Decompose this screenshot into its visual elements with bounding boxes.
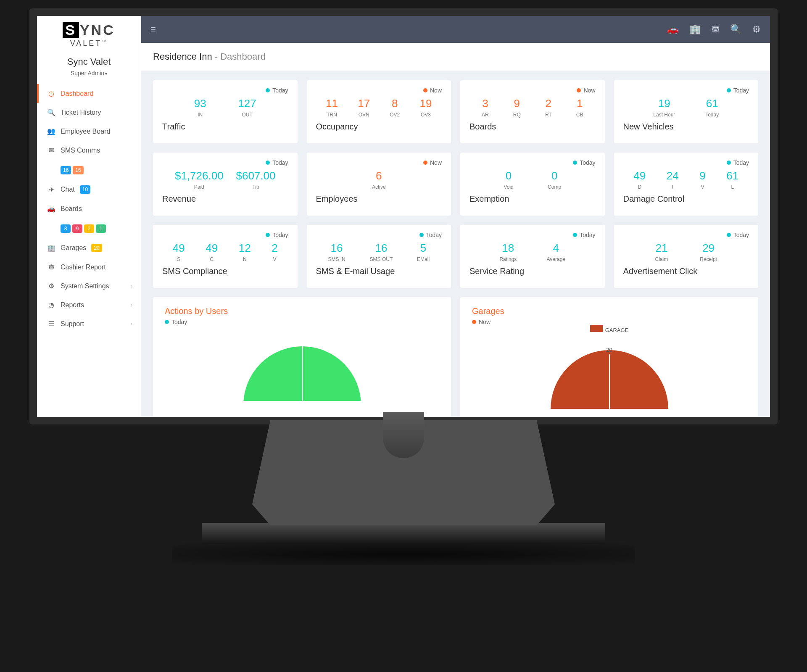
- nav-system-settings[interactable]: ⚙ System Settings ›: [37, 277, 141, 295]
- card-title: SMS & E-mail Usage: [316, 266, 442, 276]
- card-title: New Vehicles: [623, 122, 749, 132]
- dot-icon: [472, 320, 476, 324]
- chevron-right-icon: ›: [131, 302, 132, 308]
- card-damage-control[interactable]: Today 49D 24I 9V 61L Damage Control: [614, 153, 759, 216]
- card-traffic[interactable]: Today 93IN 127OUT Traffic: [153, 80, 298, 143]
- brand-logo: SYNC VALET™: [37, 16, 141, 50]
- card-title: Occupancy: [316, 122, 442, 132]
- role-dropdown[interactable]: Super Admin▾: [37, 70, 141, 76]
- chevron-right-icon: ›: [131, 321, 132, 327]
- dot-icon: [266, 88, 270, 92]
- dot-icon: [423, 88, 427, 92]
- dot-icon: [573, 233, 577, 237]
- chart-garages[interactable]: Garages Now GARAGE 20: [460, 297, 758, 417]
- card-boards[interactable]: Now 3AR 9RQ 2RT 1CB Boards: [460, 80, 605, 143]
- dot-icon: [165, 320, 169, 324]
- nav-sms-comms[interactable]: ✉ SMS Comms 16 16: [37, 141, 141, 180]
- badge: 16: [73, 166, 83, 174]
- nav-label: Boards: [61, 205, 82, 213]
- garage-icon: 🏢: [47, 244, 55, 252]
- dot-icon: [573, 161, 577, 165]
- send-icon: ✈: [47, 186, 55, 194]
- card-employees[interactable]: Now 6Active Employees: [307, 153, 451, 216]
- support-icon: ☰: [47, 320, 55, 328]
- pie-chart: [165, 325, 439, 401]
- card-revenue[interactable]: Today $1,726.00Paid $607.00Tip Revenue: [153, 153, 298, 216]
- search-icon: 🔍: [47, 108, 55, 116]
- settings-icon[interactable]: ⚙: [752, 24, 761, 35]
- nav-garages[interactable]: 🏢 Garages 20: [37, 238, 141, 258]
- card-service-rating[interactable]: Today 18Ratings 4Average Service Rating: [460, 225, 605, 288]
- card-title: Advertisement Click: [623, 266, 749, 276]
- nav-ticket-history[interactable]: 🔍 Ticket History: [37, 103, 141, 122]
- badge: 20: [91, 244, 102, 252]
- badge: 2: [84, 224, 94, 233]
- dot-icon: [419, 233, 424, 237]
- nav-reports[interactable]: ◔ Reports ›: [37, 295, 141, 314]
- car-icon: 🚗: [47, 205, 55, 213]
- nav-label: Dashboard: [61, 90, 93, 98]
- chevron-right-icon: ›: [131, 283, 132, 289]
- card-exemption[interactable]: Today 0Void 0Comp Exemption: [460, 153, 605, 216]
- car-icon[interactable]: 🚗: [667, 24, 678, 35]
- nav-label: Employee Board: [61, 128, 110, 135]
- card-new-vehicles[interactable]: Today 19Last Hour 61Today New Vehicles: [614, 80, 759, 143]
- nav-cashier-report[interactable]: ⛃ Cashier Report: [37, 258, 141, 277]
- dot-icon: [727, 88, 731, 92]
- nav-label: Support: [61, 320, 84, 328]
- badge: 10: [80, 185, 90, 194]
- nav-boards[interactable]: 🚗 Boards 3 9 2 1: [37, 199, 141, 238]
- card-sms-compliance[interactable]: Today 49S 49C 12N 2V SMS Compliance: [153, 225, 298, 288]
- dot-icon: [727, 233, 731, 237]
- dot-icon: [423, 161, 427, 165]
- dot-icon: [266, 233, 270, 237]
- nav-label: Reports: [61, 301, 84, 309]
- sidebar: SYNC VALET™ Sync Valet Super Admin▾ ◷ Da…: [37, 16, 141, 417]
- badge: 16: [61, 166, 71, 174]
- nav-label: Chat: [61, 186, 75, 193]
- chart-actions-by-users[interactable]: Actions by Users Today: [153, 297, 451, 417]
- badge: 3: [61, 224, 71, 233]
- clock-icon: ◔: [47, 301, 55, 309]
- nav-label: SMS Comms: [61, 147, 100, 154]
- card-occupancy[interactable]: Now 11TRN 17OVN 8OV2 19OV3 Occupancy: [307, 80, 451, 143]
- page-title: Residence Inn - Dashboard: [141, 43, 770, 71]
- card-title: Boards: [469, 122, 596, 132]
- nav-dashboard[interactable]: ◷ Dashboard: [37, 84, 141, 103]
- garage-icon[interactable]: 🏢: [689, 24, 701, 35]
- card-title: Employees: [316, 194, 442, 204]
- money-icon[interactable]: ⛃: [712, 24, 719, 35]
- nav: ◷ Dashboard 🔍 Ticket History 👥 Employee …: [37, 84, 141, 333]
- card-sms-email-usage[interactable]: Today 16SMS IN 16SMS OUT 5EMail SMS & E-…: [307, 225, 451, 288]
- nav-label: Garages: [61, 244, 86, 252]
- gauge-icon: ◷: [47, 90, 55, 98]
- search-icon[interactable]: 🔍: [730, 24, 741, 35]
- dot-icon: [577, 88, 581, 92]
- chart-legend: GARAGE: [472, 325, 746, 333]
- menu-toggle-icon[interactable]: ≡: [150, 24, 156, 35]
- card-title: Damage Control: [623, 194, 749, 204]
- monitor-stand: [29, 424, 778, 565]
- nav-chat[interactable]: ✈ Chat 10: [37, 180, 141, 199]
- nav-support[interactable]: ☰ Support ›: [37, 314, 141, 333]
- card-ad-click[interactable]: Today 21Claim 29Receipt Advertisement Cl…: [614, 225, 759, 288]
- badge: 9: [72, 224, 82, 233]
- users-icon: 👥: [47, 127, 55, 135]
- dot-icon: [727, 161, 731, 165]
- badge: 1: [96, 224, 106, 233]
- card-title: SMS Compliance: [162, 266, 288, 276]
- nav-label: Ticket History: [61, 109, 101, 116]
- card-title: Traffic: [162, 122, 288, 132]
- topbar: ≡ 🚗 🏢 ⛃ 🔍 ⚙: [141, 16, 770, 43]
- card-title: Revenue: [162, 194, 288, 204]
- mail-icon: ✉: [47, 146, 55, 154]
- gear-icon: ⚙: [47, 282, 55, 290]
- gauge-chart: 20: [472, 333, 746, 409]
- caret-down-icon: ▾: [105, 71, 107, 76]
- dashboard-content: Today 93IN 127OUT Traffic Now 11TRN: [141, 71, 770, 417]
- nav-employee-board[interactable]: 👥 Employee Board: [37, 122, 141, 141]
- brand-name: Sync Valet: [37, 56, 141, 67]
- card-title: Exemption: [469, 194, 596, 204]
- nav-label: Cashier Report: [61, 264, 106, 271]
- dot-icon: [266, 161, 270, 165]
